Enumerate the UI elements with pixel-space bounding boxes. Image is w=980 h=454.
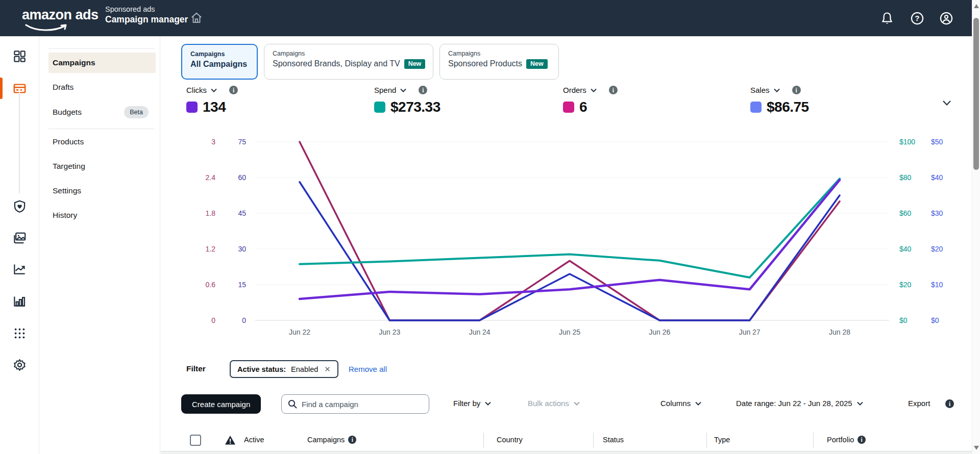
info-icon[interactable]: i [609,86,618,94]
select-all-checkbox[interactable] [190,435,201,446]
axis-tick-label: $0 [899,316,908,324]
columns-dropdown[interactable]: Columns [660,399,701,408]
dashboard-icon[interactable] [13,49,27,63]
info-icon[interactable]: i [419,86,427,94]
rail-divider [19,92,20,193]
chevron-down-icon [485,401,491,406]
metric-value: $273.33 [390,99,440,115]
new-badge: New [404,59,426,69]
date-range-label: Date range: Jun 22 - Jun 28, 2025 [736,399,852,408]
remove-all-link[interactable]: Remove all [349,365,387,373]
axis-tick-label: $20 [931,245,943,253]
search-icon [288,399,297,409]
column-header-country[interactable]: Country [497,436,523,444]
series-line-sales [300,182,840,320]
notifications-bell-icon[interactable] [880,11,894,26]
tab-eyebrow: Campaigns [190,51,249,58]
metric-label: Orders [563,86,586,94]
axis-tick-label: $10 [931,281,943,289]
chevron-down-icon [857,401,863,406]
account-icon[interactable] [939,11,953,26]
axis-tick-label: 3 [211,138,215,146]
sidebar-item-targeting[interactable]: Targeting [48,156,156,176]
column-header-portfolio[interactable]: Portfolio i [827,436,866,444]
metric-color-swatch [186,102,198,113]
column-divider [483,433,484,448]
info-icon[interactable]: i [348,436,356,444]
metric-clicks-dropdown[interactable]: Clicks i [186,86,238,94]
tab-all-campaigns[interactable]: Campaigns All Campaigns [181,44,258,80]
metric-clicks: Clicks i 134 [186,86,238,115]
metric-orders: Orders i 6 [563,86,618,115]
column-divider [706,433,707,448]
axis-tick-label: 2.4 [206,173,216,182]
column-header-campaigns[interactable]: Campaigns i [307,436,356,444]
sidebar-item-budgets[interactable]: Budgets Beta [48,102,156,122]
amazon-ads-logo[interactable]: amazon ads [22,7,99,23]
column-header-type[interactable]: Type [714,436,730,444]
x-axis-label: Jun 26 [649,328,670,336]
home-icon[interactable] [190,11,203,24]
scroll-down-icon[interactable] [974,446,979,450]
close-icon[interactable]: ✕ [323,365,331,374]
date-range-dropdown[interactable]: Date range: Jun 22 - Jun 28, 2025 [736,399,863,408]
column-header-status[interactable]: Status [603,436,624,444]
settings-gear-icon[interactable] [13,358,27,372]
create-campaign-button[interactable]: Create campaign [181,394,261,414]
info-icon[interactable]: i [792,86,801,94]
scroll-up-icon[interactable] [974,4,979,8]
insights-trend-icon[interactable] [13,262,27,276]
column-header-active[interactable]: Active [244,436,264,444]
creative-assets-icon[interactable] [13,231,27,245]
apps-grid-icon[interactable] [13,326,27,340]
collapse-chart-chevron-icon[interactable] [942,100,951,106]
x-axis-label: Jun 23 [379,328,400,336]
sidebar-item-drafts[interactable]: Drafts [48,77,156,97]
tab-sponsored-products[interactable]: Campaigns Sponsored ProductsNew [439,44,559,80]
axis-tick-label: $100 [899,138,915,146]
tab-eyebrow: Campaigns [448,50,550,57]
filter-label: Filter [186,364,206,373]
brand-safety-shield-icon[interactable] [13,199,27,213]
search-input[interactable] [302,400,414,409]
chevron-down-icon [591,88,597,92]
bulk-actions-dropdown[interactable]: Bulk actions [528,399,580,408]
sidebar-item-products[interactable]: Products [48,132,156,152]
metric-spend-dropdown[interactable]: Spend i [374,86,440,94]
help-icon[interactable]: ? [910,11,924,26]
metric-sales-dropdown[interactable]: Sales i [750,86,809,94]
sidebar-item-settings[interactable]: Settings [48,181,156,201]
axis-tick-label: 30 [238,245,246,253]
tab-sponsored-brands-display-tv[interactable]: Campaigns Sponsored Brands, Display and … [264,44,433,80]
info-icon[interactable]: i [229,86,238,94]
filter-by-dropdown[interactable]: Filter by [453,399,491,408]
filter-chip-active-status[interactable]: Active status: Enabled ✕ [230,360,338,378]
tab-label: Sponsored ProductsNew [448,59,550,69]
app-header: amazon ads Sponsored ads Campaign manage… [0,0,972,36]
series-line-clicks [300,180,840,299]
axis-tick-label: $50 [931,138,943,146]
info-icon[interactable]: i [945,399,954,408]
info-icon[interactable]: i [857,436,866,444]
sidebar-item-history[interactable]: History [48,205,156,225]
app-subtitle: Sponsored ads [105,5,188,13]
amazon-smile-icon [25,24,69,32]
metric-color-swatch [374,102,385,113]
vertical-scrollbar[interactable] [972,0,980,454]
new-badge: New [526,59,548,69]
column-label: Portfolio [827,436,854,444]
metric-sales: Sales i $86.75 [750,86,809,115]
scrollbar-thumb[interactable] [973,18,979,170]
metric-orders-dropdown[interactable]: Orders i [563,86,618,94]
line-chart-canvas: 00.61.21.82.4301530456075$0$20$40$60$80$… [184,132,961,342]
tab-label: All Campaigns [190,60,249,69]
metric-spend: Spend i $273.33 [374,86,440,115]
series-line-spend [300,179,840,278]
export-button[interactable]: Export [908,399,930,408]
reports-bar-chart-icon[interactable] [13,294,27,308]
axis-tick-label: $30 [931,209,943,217]
sidebar-item-campaigns[interactable]: Campaigns [48,53,156,73]
tab-label: Sponsored Brands, Display and TVNew [273,59,425,69]
active-nav-indicator [0,78,3,99]
campaign-search[interactable] [281,394,429,414]
